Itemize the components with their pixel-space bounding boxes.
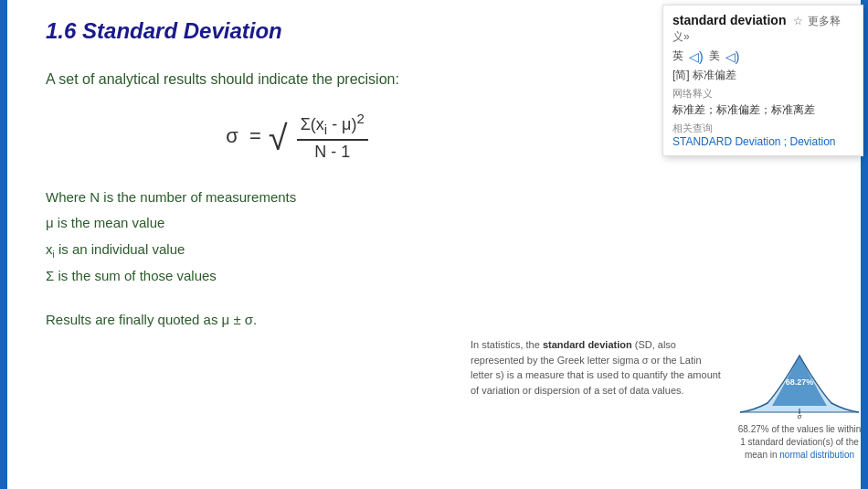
where-line-3: xi is an individual value xyxy=(46,237,548,263)
bell-caption: 68.27% of the values lie within 1 standa… xyxy=(736,423,863,462)
audio-us-label: 美 xyxy=(709,48,720,64)
formula: σ = √ Σ(xi - μ)2 N - 1 xyxy=(226,111,368,162)
info-bold-term: standard deviation xyxy=(543,339,632,350)
sqrt-symbol: √ xyxy=(269,121,288,155)
dict-web-translations: 标准差；标准偏差；标准离差 xyxy=(672,102,853,118)
dict-term: standard deviation xyxy=(672,13,786,27)
sigma-symbol: σ = xyxy=(226,124,261,148)
where-line-2: μ is the mean value xyxy=(46,210,548,237)
dict-cn-label: [简] xyxy=(672,69,690,81)
formula-container: σ = √ Σ(xi - μ)2 N - 1 xyxy=(46,111,548,162)
dict-header: standard deviation ☆ 更多释义» xyxy=(672,13,853,45)
audio-en-button[interactable]: ◁) xyxy=(689,49,704,64)
dict-star[interactable]: ☆ xyxy=(793,15,803,27)
left-accent-bar xyxy=(0,0,7,489)
svg-text:σ: σ xyxy=(798,412,802,420)
where-list: Where N is the number of measurements μ … xyxy=(46,185,548,290)
dict-audio-row: 英 ◁) 美 ◁) xyxy=(672,48,853,64)
section-title: 1.6 Standard Deviation xyxy=(46,18,548,44)
info-text-before: In statistics, the xyxy=(471,339,543,350)
intro-text: A set of analytical results should indic… xyxy=(46,71,548,88)
audio-en-label: 英 xyxy=(672,48,683,64)
results-line: Results are finally quoted as μ ± σ. xyxy=(46,312,548,327)
main-content: 1.6 Standard Deviation A set of analytic… xyxy=(18,0,566,345)
sup-2: 2 xyxy=(357,111,365,126)
audio-us-button[interactable]: ◁) xyxy=(725,49,740,64)
fraction: Σ(xi - μ)2 N - 1 xyxy=(297,111,368,162)
where-line-4: Σ is the sum of those values xyxy=(46,263,548,290)
bell-area: 68.27% σ 68.27% of the values lie within… xyxy=(736,337,863,462)
dict-cn-term: 标准偏差 xyxy=(693,69,736,81)
dictionary-popup: standard deviation ☆ 更多释义» 英 ◁) 美 ◁) [简]… xyxy=(662,5,863,156)
bell-curve-chart: 68.27% σ xyxy=(736,337,863,420)
dict-cn-row: [简] 标准偏差 xyxy=(672,68,853,83)
svg-text:68.27%: 68.27% xyxy=(786,377,814,387)
dict-related-label: 相关查询 xyxy=(672,122,853,135)
info-text: In statistics, the standard deviation (S… xyxy=(471,337,726,398)
dict-web-label: 网络释义 xyxy=(672,87,853,101)
where-line-1: Where N is the number of measurements xyxy=(46,185,548,211)
sub-i: i xyxy=(324,122,327,137)
dict-related-links[interactable]: STANDARD Deviation ; Deviation xyxy=(672,135,853,148)
denominator: N - 1 xyxy=(311,141,354,162)
info-card: In statistics, the standard deviation (S… xyxy=(471,337,863,462)
numerator: Σ(xi - μ)2 xyxy=(297,111,368,141)
normal-distribution-link[interactable]: normal distribution xyxy=(779,450,854,460)
